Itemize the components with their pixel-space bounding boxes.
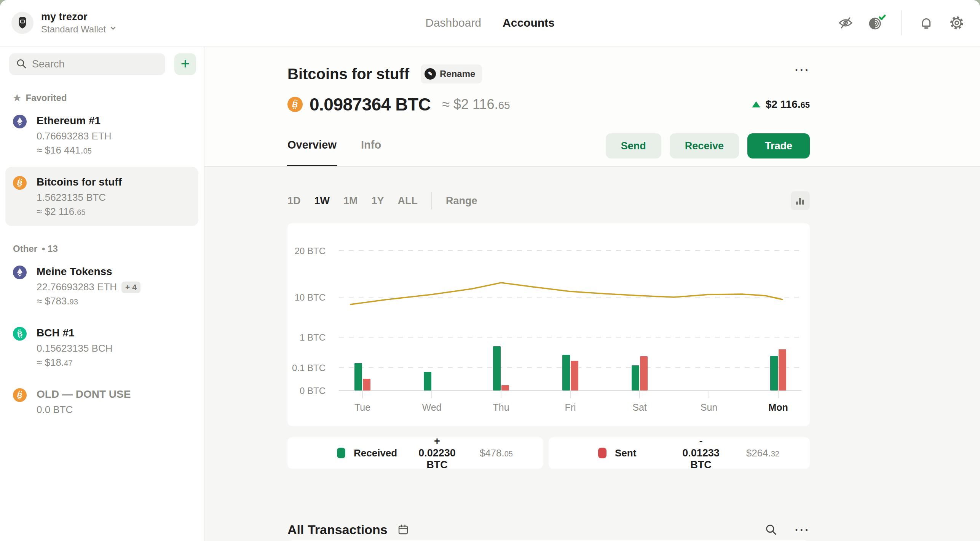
legend-received: Received + 0.02230 BTC $478.05	[287, 437, 543, 469]
token-count-badge: + 4	[121, 282, 140, 293]
svg-text:Mon: Mon	[768, 402, 788, 413]
svg-text:10 BTC: 10 BTC	[295, 292, 326, 303]
account-name: Ethereum #1	[37, 114, 112, 127]
svg-text:Fri: Fri	[565, 402, 576, 413]
account-crypto-amount: 1.5623135 BTC	[37, 192, 122, 203]
transactions-menu-ellipsis-icon[interactable]: ⋯	[794, 521, 810, 538]
tab-overview[interactable]: Overview	[287, 128, 337, 167]
received-amount: + 0.02230 BTC	[418, 435, 456, 471]
sent-amount: - 0.01233 BTC	[680, 435, 722, 471]
legend-sent: Sent - 0.01233 BTC $264.32	[549, 437, 810, 469]
svg-text:0.1 BTC: 0.1 BTC	[292, 363, 326, 373]
account-name: BCH #1	[37, 326, 112, 339]
trezor-suite-window: my trezor Standard Wallet Dashboard Acco…	[0, 0, 980, 541]
nav-dashboard[interactable]: Dashboard	[425, 16, 481, 29]
wallet-selector[interactable]: my trezor Standard Wallet	[11, 11, 117, 35]
svg-text:1 BTC: 1 BTC	[300, 332, 326, 343]
accounts-sidebar: + ★FavoritedEthereum #10.76693283 ETH≈ $…	[0, 46, 204, 541]
range-1m[interactable]: 1M	[343, 195, 358, 207]
account-name: Bitcoins for stuff	[37, 175, 122, 189]
chevron-down-icon	[109, 23, 117, 35]
range-custom[interactable]: Range	[446, 195, 477, 207]
eth-icon	[13, 266, 27, 279]
received-marker-icon	[337, 448, 345, 458]
account-crypto-amount: 22.76693283 ETH+ 4	[37, 281, 140, 293]
account-search[interactable]	[9, 53, 165, 75]
sidebar-account-item[interactable]: BBitcoins for stuff1.5623135 BTC≈ $2 116…	[5, 167, 198, 226]
account-name: OLD — DONT USE	[37, 387, 131, 401]
range-1d[interactable]: 1D	[287, 195, 301, 207]
trezor-device-icon	[11, 12, 34, 34]
range-1w[interactable]: 1W	[314, 195, 330, 207]
account-fiat-value: ≈ $16 441.05	[37, 144, 112, 156]
search-icon	[16, 58, 27, 70]
calendar-icon[interactable]	[397, 524, 409, 535]
rename-button[interactable]: ✎ Rename	[421, 64, 482, 83]
range-all[interactable]: ALL	[398, 195, 418, 207]
nav-accounts[interactable]: Accounts	[503, 16, 555, 29]
account-balance-fiat: ≈ $2 116.65	[442, 96, 510, 112]
sidebar-account-item[interactable]: BOLD — DONT USE0.0 BTC	[5, 379, 198, 424]
settings-gear-icon[interactable]	[947, 13, 966, 32]
balance-chart: 20 BTC10 BTC1 BTC0.1 BTC0 BTCTueWedThuFr…	[287, 223, 810, 426]
chart-legend: Received + 0.02230 BTC $478.05 Sent - 0.…	[287, 437, 810, 469]
sidebar-account-item[interactable]: BBCH #10.15623135 BCH≈ $18.47	[5, 318, 198, 377]
received-fiat: $478.05	[456, 447, 513, 459]
svg-text:Tue: Tue	[354, 402, 370, 413]
wallet-type-label: Standard Wallet	[41, 23, 106, 35]
svg-text:Wed: Wed	[422, 402, 442, 413]
main-navigation: Dashboard Accounts	[425, 16, 554, 29]
svg-text:20 BTC: 20 BTC	[295, 246, 326, 256]
topbar-divider	[901, 10, 902, 35]
account-crypto-amount: 0.0 BTC	[37, 404, 131, 416]
account-title: Bitcoins for stuff	[287, 66, 409, 83]
chart-range-selector: 1D1W1M1YALLRange	[287, 191, 810, 210]
send-button[interactable]: Send	[606, 133, 661, 158]
sent-fiat: $264.32	[722, 447, 779, 459]
account-fiat-value: ≈ $783.93	[37, 295, 140, 307]
search-input[interactable]	[32, 58, 158, 70]
triangle-up-icon	[752, 101, 760, 107]
account-menu-ellipsis-icon[interactable]: ⋯	[794, 61, 810, 78]
account-fiat-value: ≈ $18.47	[37, 357, 112, 368]
range-divider	[431, 192, 432, 210]
transactions-title: All Transactions	[287, 522, 388, 537]
account-balance-btc: 0.0987364 BTC	[310, 94, 431, 115]
sent-marker-icon	[598, 448, 607, 458]
sidebar-section-header: ★Favorited	[0, 93, 204, 103]
account-name: Meine Tokenss	[37, 265, 140, 278]
transactions-search-icon[interactable]	[765, 523, 777, 536]
notifications-bell-icon[interactable]	[917, 13, 936, 32]
chart-type-bar-icon[interactable]	[791, 191, 810, 210]
account-detail: Bitcoins for stuff ✎ Rename ⋯ B 0.098736…	[204, 46, 980, 541]
top-icon-group	[836, 10, 966, 35]
account-fiat-value: ≈ $2 116.65	[37, 206, 122, 218]
pencil-icon: ✎	[425, 68, 436, 80]
wallet-name: my trezor	[41, 11, 117, 23]
balance-delta: $2 116.65	[752, 98, 810, 110]
transactions-header: All Transactions ⋯	[287, 519, 810, 540]
add-account-button[interactable]: +	[174, 53, 196, 75]
sidebar-section-header: Other• 13	[0, 243, 204, 254]
sidebar-account-item[interactable]: Meine Tokenss22.76693283 ETH+ 4≈ $783.93	[5, 256, 198, 315]
account-crypto-amount: 0.76693283 ETH	[37, 130, 112, 142]
balance-chart-card: 20 BTC10 BTC1 BTC0.1 BTC0 BTCTueWedThuFr…	[287, 223, 810, 426]
svg-text:Sat: Sat	[632, 402, 647, 413]
top-bar: my trezor Standard Wallet Dashboard Acco…	[0, 0, 980, 46]
svg-text:Thu: Thu	[493, 402, 509, 413]
receive-button[interactable]: Receive	[670, 133, 739, 158]
svg-text:0 BTC: 0 BTC	[300, 386, 326, 396]
range-1y[interactable]: 1Y	[372, 195, 384, 207]
btc-icon: B	[13, 388, 27, 402]
btc-icon: B	[13, 176, 27, 190]
tor-status-icon[interactable]	[867, 13, 886, 32]
tab-info[interactable]: Info	[361, 128, 381, 167]
btc-icon: B	[287, 97, 303, 112]
bch-icon: B	[13, 327, 27, 341]
discreet-mode-eye-slash-icon[interactable]	[836, 13, 855, 32]
trade-button[interactable]: Trade	[747, 133, 810, 158]
sidebar-account-item[interactable]: Ethereum #10.76693283 ETH≈ $16 441.05	[5, 106, 198, 165]
svg-text:Sun: Sun	[701, 402, 717, 413]
account-crypto-amount: 0.15623135 BCH	[37, 343, 112, 354]
star-icon: ★	[13, 93, 21, 103]
